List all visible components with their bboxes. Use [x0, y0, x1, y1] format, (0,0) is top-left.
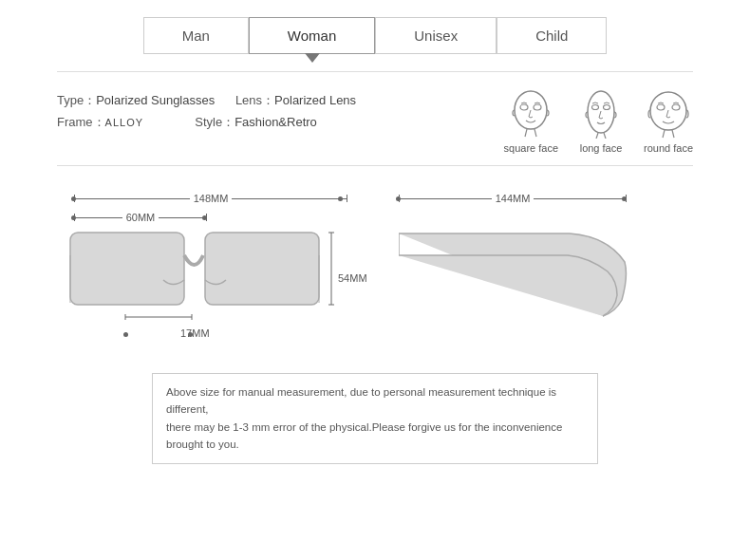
round-face-svg — [647, 89, 690, 139]
tab-child[interactable]: Child — [497, 17, 607, 54]
glasses-front-svg — [68, 227, 344, 331]
svg-point-11 — [657, 104, 665, 110]
face-icon-long: long face — [579, 89, 623, 154]
tab-active-arrow — [305, 53, 320, 63]
svg-point-6 — [592, 105, 599, 110]
frame-value: ALLOY — [105, 117, 143, 128]
svg-rect-16 — [205, 233, 319, 305]
style-value: Fashion&Retro — [234, 115, 317, 129]
svg-line-9 — [604, 133, 606, 139]
type-label: Type： — [57, 93, 96, 107]
svg-line-4 — [534, 129, 536, 137]
measure-17mm-label: 17MM — [180, 327, 210, 339]
square-face-svg — [509, 89, 553, 139]
square-face-label: square face — [504, 142, 558, 154]
tab-man[interactable]: Man — [143, 17, 249, 54]
info-text: Type：Polarized Sunglasses Lens：Polarized… — [57, 89, 485, 134]
glasses-side-svg — [399, 210, 636, 333]
svg-line-3 — [525, 129, 527, 137]
tab-unisex[interactable]: Unisex — [375, 17, 497, 54]
measure-60mm: 60MM — [74, 212, 207, 223]
svg-line-14 — [672, 130, 674, 138]
svg-point-2 — [534, 104, 541, 110]
type-value: Polarized Sunglasses — [96, 93, 215, 107]
lens-value: Polarized Lens — [274, 93, 356, 107]
dimensions-section: 148MM 60MM — [0, 166, 750, 365]
info-section: Type：Polarized Sunglasses Lens：Polarized… — [0, 72, 750, 165]
svg-line-13 — [663, 130, 665, 138]
svg-point-12 — [672, 104, 680, 110]
round-face-label: round face — [644, 142, 693, 154]
face-icon-square: square face — [504, 89, 558, 154]
long-face-label: long face — [580, 142, 623, 154]
face-icon-round: round face — [644, 89, 693, 154]
measure-148mm: 148MM — [74, 193, 347, 204]
frame-label: Frame： — [57, 115, 105, 129]
tab-bar: Man Woman Unisex Child — [0, 0, 750, 54]
svg-line-8 — [596, 133, 598, 139]
svg-point-1 — [520, 104, 528, 110]
note-box: Above size for manual measurement, due t… — [152, 373, 598, 464]
svg-point-7 — [604, 105, 610, 110]
measure-144mm: 144MM — [399, 193, 627, 204]
style-label: Style： — [195, 115, 234, 129]
glasses-side-diagram: 144MM — [399, 185, 646, 337]
svg-rect-15 — [70, 233, 184, 305]
glasses-front-diagram: 148MM 60MM — [57, 185, 361, 356]
face-icons: square face long face — [504, 89, 693, 154]
tab-woman[interactable]: Woman — [249, 17, 375, 54]
long-face-svg — [579, 89, 623, 139]
lens-label: Lens： — [235, 93, 274, 107]
note-text: Above size for manual measurement, due t… — [166, 386, 562, 450]
measure-54mm-label: 54MM — [338, 272, 367, 284]
